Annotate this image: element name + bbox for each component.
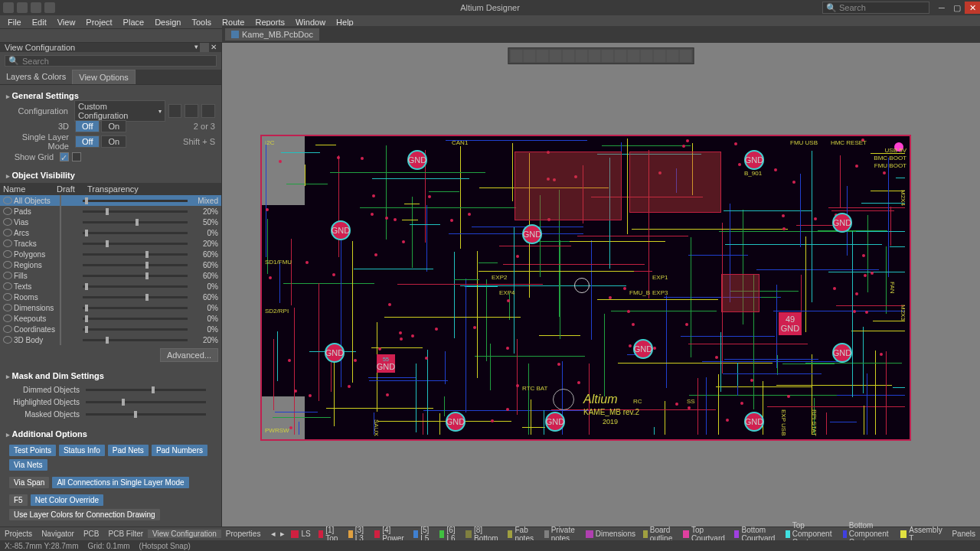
objvis-row-coordinates[interactable]: Coordinates0% [0,324,221,334]
place-line-icon[interactable] [563,50,575,62]
objvis-row-all-objects[interactable]: All ObjectsMixed [0,195,221,206]
show-grid-check[interactable]: ✓ [60,152,69,161]
undo-icon[interactable] [31,2,41,13]
objvis-row-regions[interactable]: Regions60% [0,259,221,270]
transparency-slider[interactable] [83,264,188,266]
draft-check[interactable] [60,313,61,324]
configuration-dropdown[interactable]: Custom Configuration [74,100,165,122]
objvis-row-pads[interactable]: Pads20% [0,206,221,217]
mask-dim-header[interactable]: Mask and Dim Settings [6,368,215,383]
draft-check[interactable] [60,302,61,313]
slider[interactable] [86,401,206,403]
draft-check[interactable] [60,324,61,334]
draft-check[interactable] [60,259,61,270]
transparency-slider[interactable] [83,285,188,288]
close-button[interactable]: ✕ [965,2,980,14]
draft-check[interactable] [60,238,61,249]
additional-options-header[interactable]: Additional Options [6,426,215,442]
objvis-row-keepouts[interactable]: Keepouts0% [0,313,221,324]
minimize-button[interactable]: ─ [934,2,949,14]
transparency-slider[interactable] [83,232,188,234]
objvis-row-dimensions[interactable]: Dimensions0% [0,302,221,313]
objvis-row-3d-body[interactable]: 3D Body20% [0,334,221,345]
single-layer-toggle[interactable]: Off On [75,135,126,148]
visibility-eye-icon[interactable] [3,325,12,333]
panel-search[interactable]: 🔍 Search [5,55,217,67]
objvis-row-texts[interactable]: Texts0% [0,281,221,292]
menu-design[interactable]: Design [150,18,185,27]
draft-check[interactable] [60,334,61,345]
visibility-eye-icon[interactable] [3,250,12,258]
dimension-icon[interactable] [654,50,666,62]
bottom-tab-pcb[interactable]: PCB [79,530,104,538]
panel-close-icon[interactable]: ✕ [211,43,217,52]
arrange-icon[interactable] [550,50,562,62]
drc-icon[interactable] [680,50,692,62]
menu-window[interactable]: Window [291,18,330,27]
objvis-row-rooms[interactable]: Rooms60% [0,292,221,302]
menu-route[interactable]: Route [217,18,249,27]
option-test-points[interactable]: Test Points [9,445,56,456]
show-grid-aux-check[interactable] [72,152,81,161]
draft-check[interactable] [60,249,61,259]
draft-check[interactable] [60,270,61,281]
tab-view-options[interactable]: View Options [72,70,136,84]
panel-pin-icon[interactable] [200,43,209,52]
option-via-span[interactable]: Via Span [9,477,49,488]
layer-next-icon[interactable]: ▸ [279,529,286,539]
app-icon[interactable] [3,2,14,13]
draft-check[interactable] [60,195,61,206]
menu-reports[interactable]: Reports [250,18,289,27]
visibility-eye-icon[interactable] [3,336,12,344]
transparency-slider[interactable] [83,210,188,213]
3d-toggle[interactable]: Off On [75,120,126,132]
menu-project[interactable]: Project [81,18,116,27]
maximize-button[interactable]: ▢ [949,2,965,14]
config-save-icon[interactable] [185,104,198,118]
visibility-eye-icon[interactable] [3,261,12,269]
slider[interactable] [86,413,206,416]
objvis-row-fills[interactable]: Fills60% [0,270,221,281]
document-tab[interactable]: Kame_MB.PcbDoc [225,28,319,41]
transparency-slider[interactable] [83,275,188,277]
layer-dimensions[interactable]: Dimensions [583,530,639,538]
config-delete-icon[interactable] [201,104,215,118]
option-f5[interactable]: F5 [9,494,28,506]
place-via-icon[interactable] [589,50,601,62]
option-status-info[interactable]: Status Info [59,445,105,456]
visibility-eye-icon[interactable] [3,218,12,226]
transparency-slider[interactable] [83,318,188,320]
global-search[interactable]: 🔍 Search [822,2,929,14]
visibility-eye-icon[interactable] [3,282,12,290]
option-use-layer-colors-for-connection-drawing[interactable]: Use Layer Colors for Connection Drawing [9,509,160,520]
selection-filter-icon[interactable] [511,50,523,62]
bottom-tab-navigator[interactable]: Navigator [37,530,79,538]
visibility-eye-icon[interactable] [3,304,12,311]
save-icon[interactable] [17,2,28,13]
visibility-eye-icon[interactable] [3,207,12,215]
object-visibility-header[interactable]: Object Visibility [0,168,221,183]
menu-file[interactable]: File [3,18,26,27]
place-arc-icon[interactable] [602,50,614,62]
panel-dropdown-icon[interactable]: ▾ [194,43,198,52]
bottom-tab-view-configuration[interactable]: View Configuration [148,530,221,538]
visibility-eye-icon[interactable] [3,272,12,279]
objvis-row-arcs[interactable]: Arcs0% [0,227,221,238]
transparency-slider[interactable] [83,339,188,341]
bottom-tab-properties[interactable]: Properties [221,530,266,538]
draft-check[interactable] [60,227,61,238]
menu-help[interactable]: Help [332,18,358,27]
objvis-row-tracks[interactable]: Tracks20% [0,238,221,249]
place-polygon-icon[interactable] [628,50,640,62]
option-net-color-override[interactable]: Net Color Override [31,494,103,506]
visibility-eye-icon[interactable] [3,197,12,204]
draft-check[interactable] [60,206,61,217]
draft-check[interactable] [60,217,61,227]
transparency-slider[interactable] [83,296,188,298]
layer-prev-icon[interactable]: ◂ [270,529,277,539]
menu-tools[interactable]: Tools [187,18,216,27]
move-icon[interactable] [524,50,536,62]
menu-view[interactable]: View [53,18,80,27]
draft-check[interactable] [60,281,61,292]
align-icon[interactable] [537,50,549,62]
